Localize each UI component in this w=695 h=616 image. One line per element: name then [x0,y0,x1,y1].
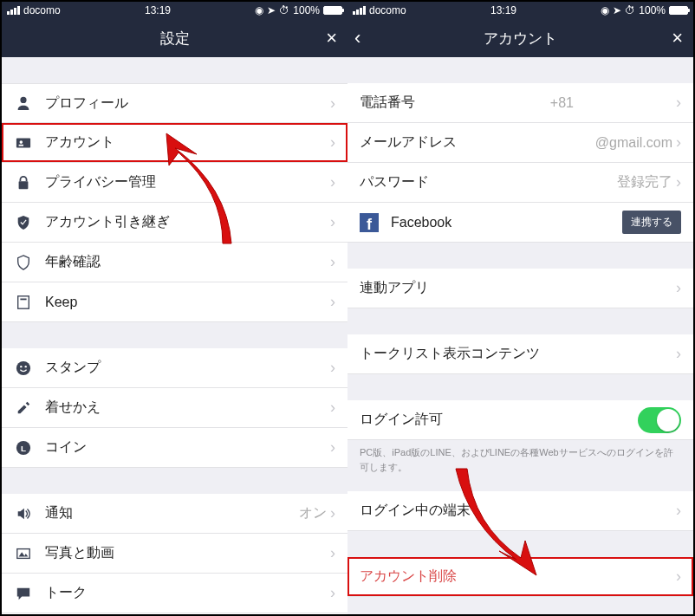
chevron-right-icon: › [676,279,681,297]
settings-row-phone[interactable]: 通話› [2,613,348,614]
carrier-label: docomo [369,4,406,16]
row-label: アカウント引き継ぎ [45,213,330,231]
facebook-row[interactable]: f Facebook 連携する [348,203,693,243]
nav-icon: ➤ [267,4,276,16]
login-allow-row[interactable]: ログイン許可 [348,400,693,440]
email-row[interactable]: メールアドレス @gmail.com › [348,123,693,163]
chevron-right-icon: › [676,502,681,520]
photo-icon [14,544,33,563]
chevron-right-icon: › [676,94,681,112]
settings-row-keep[interactable]: Keep› [2,282,348,322]
settings-row-lock[interactable]: プライバシー管理› [2,163,348,203]
settings-row-photo[interactable]: 写真と動画› [2,534,348,574]
row-label: コイン [45,438,330,457]
chevron-right-icon: › [330,173,335,191]
smile-icon [14,359,33,378]
person-icon [14,94,33,113]
close-icon[interactable]: × [672,27,683,49]
svg-rect-11 [17,548,29,558]
row-label: 着せかえ [45,399,330,417]
close-icon[interactable]: × [326,27,337,49]
clock: 13:19 [145,4,171,16]
facebook-icon: f [360,213,379,232]
facebook-label: Facebook [391,215,622,230]
battery-icon [669,6,688,15]
chevron-right-icon: › [330,293,335,311]
settings-row-shield[interactable]: アカウント引き継ぎ› [2,203,348,243]
svg-rect-3 [19,181,29,189]
facebook-link-button[interactable]: 連携する [622,211,681,234]
row-label: 写真と動画 [45,544,330,562]
battery-pct: 100% [293,4,320,16]
chevron-right-icon: › [676,567,681,586]
password-row[interactable]: パスワード 登録完了 › [348,163,693,203]
chat-icon [14,584,33,603]
login-allow-toggle[interactable] [638,407,681,433]
svg-point-1 [20,140,23,144]
settings-row-person[interactable]: プロフィール› [2,83,348,123]
id-icon [14,133,33,152]
settings-list: プロフィール›アカウント›プライバシー管理›アカウント引き継ぎ›年齢確認›Kee… [2,57,348,614]
delete-account-row[interactable]: アカウント削除 › [348,557,693,597]
svg-point-8 [25,366,27,367]
linked-apps-row[interactable]: 連動アプリ › [348,269,693,308]
login-allow-label: ログイン許可 [360,411,638,429]
badge-icon [14,253,33,272]
password-value: 登録完了 [617,173,672,191]
location-icon: ◉ [255,4,263,16]
chevron-right-icon: › [676,133,681,152]
login-allow-desc: PC版、iPad版のLINE、およびLINEの各種Webサービスへのログインを許… [348,440,693,484]
settings-row-brush[interactable]: 着せかえ› [2,388,348,428]
talk-list-row[interactable]: トークリスト表示コンテンツ › [348,334,693,374]
alarm-icon: ⏱ [279,4,289,16]
row-label: プロフィール [45,94,330,113]
nav-icon: ➤ [613,4,621,16]
settings-row-coin[interactable]: Lコイン› [2,428,348,468]
row-label: 通知 [45,504,299,522]
logged-in-devices-row[interactable]: ログイン中の端末 › [348,491,693,531]
nav-bar: 設定 × [2,19,348,57]
password-label: パスワード [360,173,617,191]
location-icon: ◉ [601,4,609,16]
settings-row-badge[interactable]: 年齢確認› [2,243,348,282]
row-label: Keep [45,295,330,310]
settings-row-smile[interactable]: スタンプ› [2,348,348,388]
chevron-right-icon: › [330,584,335,602]
lock-icon [14,173,33,192]
svg-rect-5 [20,298,26,300]
page-title: 設定 [160,29,190,49]
phone-value: +81 [550,95,574,111]
phone-row[interactable]: 電話番号 +81 › [348,83,693,123]
talk-list-label: トークリスト表示コンテンツ [360,345,676,363]
row-label: 年齢確認 [45,253,330,271]
chevron-right-icon: › [330,133,335,152]
page-title: アカウント [484,29,557,49]
svg-rect-4 [18,295,29,308]
back-icon[interactable]: ‹ [354,27,360,49]
signal-icon [353,6,366,15]
row-label: スタンプ [45,359,330,377]
battery-icon [323,6,342,15]
settings-row-sound[interactable]: 通知オン› [2,494,348,534]
chevron-right-icon: › [676,345,681,363]
carrier-label: docomo [23,4,61,16]
linked-apps-label: 連動アプリ [360,279,676,297]
email-value: @gmail.com [595,135,672,151]
chevron-right-icon: › [330,544,335,562]
row-value: オン [299,504,327,522]
settings-screen: docomo 13:19 ◉ ➤ ⏱ 100% 設定 × プロフィール›アカウン… [2,2,348,614]
phone-label: 電話番号 [360,94,550,112]
chevron-right-icon: › [330,504,335,522]
nav-bar: ‹ アカウント × [348,19,693,57]
chevron-right-icon: › [330,253,335,271]
row-label: トーク [45,584,330,602]
delete-account-label: アカウント削除 [360,567,676,586]
battery-pct: 100% [639,4,666,16]
alarm-icon: ⏱ [625,4,635,16]
clock: 13:19 [490,4,516,16]
brush-icon [14,399,33,418]
settings-row-id[interactable]: アカウント› [2,123,348,163]
svg-point-6 [16,360,30,374]
settings-row-chat[interactable]: トーク› [2,574,348,613]
chevron-right-icon: › [330,399,335,417]
